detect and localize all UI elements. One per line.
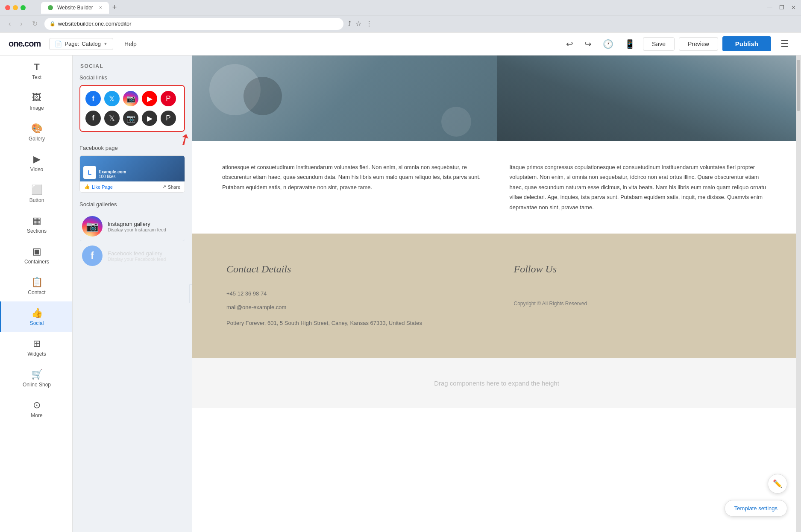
fb-share-button[interactable]: ↗ Share [162,184,180,190]
twitter-dark-icon[interactable]: 𝕏 [104,111,120,126]
maximize-icon[interactable]: ❐ [779,4,784,11]
sidebar-item-button[interactable]: ⬜ Button [0,178,72,209]
text-col-left: ationesque et consuetudinum instituendar… [222,162,484,212]
browser-tab[interactable]: Website Builder × [41,2,109,14]
footer-contact-col: Contact Details +45 12 36 98 74 mail@one… [226,263,480,328]
browser-action-share[interactable]: ⤴ [348,20,351,28]
instagram-gallery-item[interactable]: 📷 Instagram gallery Display your Instagr… [79,212,185,241]
minimize-icon[interactable]: — [767,4,772,11]
social-icons-dark-row: f 𝕏 📷 ▶ P [85,111,179,126]
tab-favicon [48,5,53,10]
top-image-right [497,56,801,141]
instagram-gallery-desc: Display your Instagram feed [108,227,166,232]
containers-icon: ▣ [32,246,41,257]
instagram-dark-icon[interactable]: 📷 [123,111,138,126]
youtube-color-icon[interactable]: ▶ [142,91,157,106]
widgets-icon: ⊞ [33,338,41,349]
sidebar-label-widgets: Widgets [27,351,46,357]
tab-close-icon[interactable]: × [99,5,102,11]
history-button[interactable]: 🕐 [599,37,617,51]
sidebar-label-video: Video [30,167,43,172]
address-box[interactable]: 🔒 websitebuilder.one.com/editor [44,18,343,30]
text-right: Itaque primos congressus copulationesque… [510,164,766,210]
sidebar-item-text[interactable]: T Text [0,56,72,86]
social-icon: 👍 [31,307,43,319]
sidebar-label-image: Image [29,105,44,111]
sidebar-label-sections: Sections [27,228,47,234]
facebook-feed-text: Facebook feed gallery Display your Faceb… [108,250,166,262]
text-section: ationesque et consuetudinum instituendar… [192,141,801,234]
facebook-page-title: Facebook page [79,145,185,151]
undo-button[interactable]: ↩ [563,37,577,51]
facebook-feed-item[interactable]: f Facebook feed gallery Display your Fac… [79,241,185,270]
browser-action-menu[interactable]: ⋮ [366,20,373,28]
sidebar-label-button: Button [29,197,44,203]
facebook-dark-icon[interactable]: f [85,111,101,126]
window-controls: — ❐ ✕ [767,4,796,11]
video-icon: ▶ [33,154,41,165]
window-dot-yellow [13,5,18,10]
sidebar-item-containers[interactable]: ▣ Containers [0,240,72,271]
social-galleries-section: Social galleries 📷 Instagram gallery Dis… [79,201,185,270]
social-panel: SOCIAL Social links f 𝕏 📷 ▶ P [73,56,192,532]
publish-button[interactable]: Publish [722,36,771,51]
fb-like-button[interactable]: 👍 Like Page [84,184,113,190]
save-button[interactable]: Save [643,37,675,51]
pinterest-dark-icon[interactable]: P [161,111,176,126]
social-galleries-title: Social galleries [79,201,185,208]
twitter-color-icon[interactable]: 𝕏 [104,91,120,106]
sections-icon: ▦ [32,215,41,226]
instagram-color-icon[interactable]: 📷 [123,91,138,106]
social-links-box: f 𝕏 📷 ▶ P f 𝕏 📷 ▶ P ➚ [79,85,185,132]
window-dot-green [21,5,26,10]
sidebar-item-video[interactable]: ▶ Video [0,148,72,178]
youtube-dark-icon[interactable]: ▶ [142,111,157,126]
redo-button[interactable]: ↪ [581,37,595,51]
browser-action-bookmark[interactable]: ☆ [355,20,361,28]
sidebar-item-image[interactable]: 🖼 Image [0,86,72,117]
footer-follow-title: Follow Us [514,263,767,275]
facebook-color-icon[interactable]: f [85,91,101,106]
footer-contact-title: Contact Details [226,263,480,275]
sidebar-label-online-shop: Online Shop [23,382,51,388]
mobile-view-button[interactable]: 📱 [621,37,639,51]
instagram-gallery-text: Instagram gallery Display your Instagram… [108,221,166,232]
sidebar-label-more: More [31,412,42,418]
new-tab-button[interactable]: + [109,3,120,12]
sidebar-item-contact[interactable]: 📋 Contact [0,271,72,301]
panel-collapse-button[interactable]: ‹ [189,284,192,303]
sidebar-item-online-shop[interactable]: 🛒 Online Shop [0,363,72,394]
text-icon: T [34,61,39,73]
sidebar-item-sections[interactable]: ▦ Sections [0,209,72,240]
facebook-page-preview[interactable]: L Example.com 100 likes 👍 Like Page ↗ [79,155,185,193]
sidebar-item-widgets[interactable]: ⊞ Widgets [0,332,72,363]
footer-copyright: Copyright © All Rights Reserved [514,301,767,307]
pinterest-color-icon[interactable]: P [161,91,176,106]
text-left: ationesque et consuetudinum instituendar… [222,164,481,190]
forward-button[interactable]: › [18,18,25,29]
template-settings-button[interactable]: Template settings [725,500,787,517]
page-selector[interactable]: 📄 Page: Catalog ▼ [49,38,113,50]
preview-button[interactable]: Preview [679,37,718,51]
fb-page-info: Example.com 100 likes [99,170,126,179]
contact-icon: 📋 [31,277,43,288]
sidebar-item-social[interactable]: 👍 Social [0,301,72,332]
fb-thumbsup-icon: 👍 [84,184,90,190]
reload-button[interactable]: ↻ [29,18,40,29]
page-name: Catalog [82,41,101,47]
button-icon: ⬜ [31,184,43,196]
facebook-page-section: Facebook page L Example.com 100 likes 👍 … [79,145,185,193]
social-links-section: Social links f 𝕏 📷 ▶ P f 𝕏 📷 [79,74,185,132]
canvas-inner: ationesque et consuetudinum instituendar… [192,56,801,532]
instagram-gallery-title: Instagram gallery [108,221,166,227]
edit-icon-button[interactable]: ✏️ [768,474,787,494]
sidebar-item-gallery[interactable]: 🎨 Gallery [0,117,72,148]
help-button[interactable]: Help [124,41,137,47]
back-button[interactable]: ‹ [6,18,13,29]
address-text: websitebuilder.one.com/editor [58,20,132,27]
facebook-feed-title: Facebook feed gallery [108,250,166,257]
sidebar-item-more[interactable]: ⊙ More [0,394,72,424]
close-icon[interactable]: ✕ [791,4,796,11]
scrollbar[interactable] [796,56,801,532]
main-menu-button[interactable]: ☰ [777,37,792,51]
